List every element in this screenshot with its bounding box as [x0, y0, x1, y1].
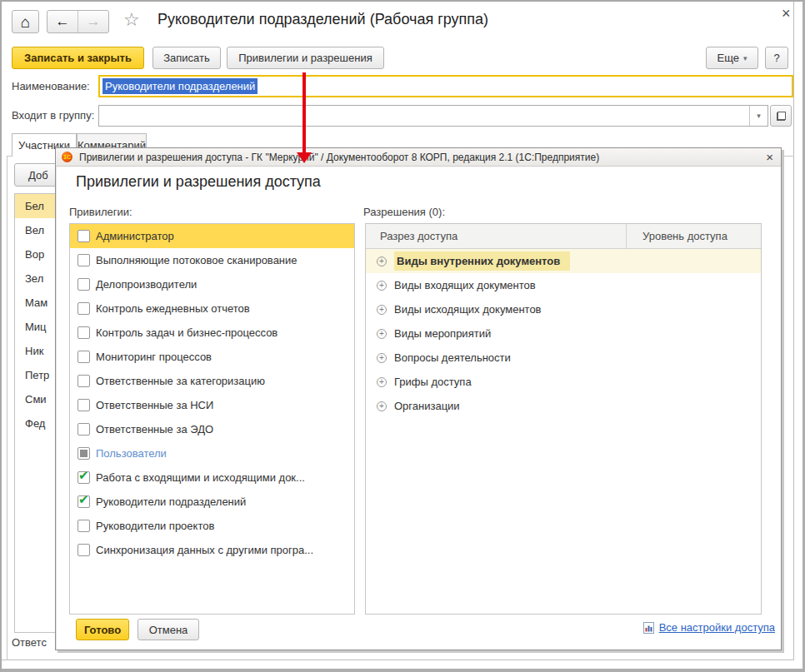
privilege-label: Ответственные за ЭДО: [96, 423, 213, 436]
expand-plus-icon[interactable]: +: [377, 353, 387, 363]
dialog-title: Привилегии и разрешения доступа - ГК "Ме…: [79, 152, 599, 163]
privileges-label: Привилегии:: [69, 206, 132, 218]
column-header-access-slice[interactable]: Разрез доступа: [366, 224, 626, 248]
checkbox-icon[interactable]: [78, 520, 90, 532]
checkbox-indeterminate-icon[interactable]: [78, 447, 90, 460]
group-field-label: Входит в группу:: [12, 109, 94, 122]
privileges-list: Администратор Выполняющие потоковое скан…: [69, 223, 355, 615]
checkbox-icon[interactable]: [78, 423, 90, 436]
privilege-label: Ответственные за категоризацию: [96, 375, 265, 387]
table-row[interactable]: + Виды мероприятий: [366, 321, 761, 346]
home-icon: ⌂: [21, 14, 30, 30]
row-label: Виды внутренних документов: [394, 251, 570, 271]
privileges-and-permissions-button[interactable]: Привилегии и разрешения: [227, 47, 384, 69]
help-button[interactable]: ?: [765, 47, 788, 69]
table-row[interactable]: + Грифы доступа: [366, 370, 761, 394]
row-label: Организации: [394, 400, 460, 412]
privilege-label[interactable]: Пользователи: [96, 447, 167, 460]
done-button[interactable]: Готово: [76, 619, 129, 640]
save-and-close-button[interactable]: Записать и закрыть: [12, 47, 144, 69]
checkbox-checked-icon[interactable]: ✔: [78, 495, 90, 508]
report-icon: [643, 622, 654, 634]
table-row[interactable]: + Вопросы деятельности: [366, 346, 761, 370]
privilege-item[interactable]: Ответственные за ЭДО: [70, 417, 354, 441]
checkbox-icon[interactable]: [78, 351, 90, 363]
name-input[interactable]: Руководители подразделений: [98, 75, 793, 97]
privilege-label: Руководители проектов: [96, 520, 214, 532]
expand-plus-icon[interactable]: +: [377, 305, 387, 315]
annotation-arrow-head: [297, 152, 312, 163]
checkbox-icon[interactable]: [78, 399, 90, 411]
expand-plus-icon[interactable]: +: [377, 281, 387, 291]
privilege-item[interactable]: Ответственные за НСИ: [70, 393, 354, 417]
window-close-icon[interactable]: ×: [782, 6, 791, 21]
privilege-item[interactable]: Делопроизводители: [70, 272, 354, 296]
privilege-item[interactable]: Синхронизация данных с другими програ...: [70, 538, 354, 562]
group-dropdown-button[interactable]: ▾: [749, 106, 768, 126]
screenshot-root: ⌂ ← → ☆ Руководители подразделений (Рабо…: [0, 0, 805, 672]
window-title: Руководители подразделений (Рабочая груп…: [158, 11, 488, 28]
row-label: Виды мероприятий: [394, 327, 491, 340]
checkbox-icon[interactable]: [78, 278, 90, 291]
privilege-item[interactable]: Контроль ежедневных отчетов: [70, 296, 354, 321]
group-choose-button[interactable]: [770, 105, 792, 127]
privilege-label: Работа с входящими и исходящими док...: [96, 471, 305, 484]
privilege-label: Руководители подразделений: [96, 495, 246, 508]
forward-button[interactable]: →: [78, 11, 108, 32]
expand-plus-icon[interactable]: +: [377, 377, 387, 387]
privilege-label: Мониторинг процессов: [96, 351, 212, 363]
all-access-settings: Все настройки доступа: [643, 621, 775, 634]
privilege-item-users[interactable]: Пользователи: [70, 441, 354, 465]
responsible-label: Ответс: [12, 636, 47, 649]
expand-plus-icon[interactable]: +: [377, 329, 387, 339]
permissions-table: Разрез доступа Уровень доступа + Виды вн…: [365, 223, 762, 615]
back-icon: ←: [56, 13, 70, 30]
privilege-item[interactable]: Выполняющие потоковое сканирование: [70, 248, 354, 272]
privilege-item[interactable]: ✔ Руководители подразделений: [70, 490, 354, 514]
choose-from-list-icon: [777, 112, 786, 121]
privilege-item[interactable]: Контроль задач и бизнес-процессов: [70, 321, 354, 345]
checkbox-icon[interactable]: [78, 302, 90, 315]
table-row[interactable]: + Виды внутренних документов: [366, 249, 761, 273]
cancel-button[interactable]: Отмена: [138, 619, 199, 640]
checkbox-icon[interactable]: [78, 326, 90, 339]
home-button[interactable]: ⌂: [12, 10, 39, 33]
dialog-close-icon[interactable]: ×: [766, 150, 773, 165]
privilege-item[interactable]: ✔ Работа с входящими и исходящими док...: [70, 465, 354, 490]
checkbox-icon[interactable]: [78, 375, 90, 387]
dialog-titlebar[interactable]: 1С Привилегии и разрешения доступа - ГК …: [56, 148, 781, 167]
privilege-label: Администратор: [96, 230, 174, 242]
group-input[interactable]: ▾: [98, 105, 768, 127]
expand-plus-icon[interactable]: +: [377, 256, 387, 266]
checkbox-icon[interactable]: [78, 254, 90, 266]
checkbox-icon[interactable]: [78, 230, 90, 242]
table-row[interactable]: + Виды исходящих документов: [366, 297, 761, 321]
checkbox-icon[interactable]: [78, 544, 90, 556]
form-left-border: [7, 156, 8, 660]
table-row[interactable]: + Виды входящих документов: [366, 273, 761, 297]
favorite-star-icon[interactable]: ☆: [123, 11, 140, 29]
expand-plus-icon[interactable]: +: [377, 401, 387, 411]
privilege-item[interactable]: Администратор: [70, 224, 354, 248]
column-header-access-level[interactable]: Уровень доступа: [626, 224, 761, 248]
all-access-settings-link[interactable]: Все настройки доступа: [659, 621, 775, 634]
privilege-item[interactable]: Ответственные за категоризацию: [70, 369, 354, 393]
privilege-item[interactable]: Мониторинг процессов: [70, 345, 354, 369]
save-button[interactable]: Записать: [152, 47, 221, 69]
privilege-label: Делопроизводители: [96, 278, 197, 291]
forward-icon: →: [87, 13, 101, 30]
back-button[interactable]: ←: [48, 11, 78, 32]
privilege-label: Ответственные за НСИ: [96, 399, 213, 411]
privilege-item[interactable]: Руководители проектов: [70, 514, 354, 538]
table-header: Разрез доступа Уровень доступа: [366, 224, 761, 249]
checkbox-checked-icon[interactable]: ✔: [78, 471, 90, 484]
table-row[interactable]: + Организации: [366, 394, 761, 418]
privilege-label: Выполняющие потоковое сканирование: [96, 254, 298, 266]
permissions-label: Разрешения (0):: [363, 206, 445, 218]
privilege-label: Синхронизация данных с другими програ...: [96, 544, 313, 556]
chevron-down-icon: ▾: [743, 54, 748, 62]
row-label: Виды входящих документов: [394, 279, 536, 291]
more-button[interactable]: Еще ▾: [706, 47, 758, 69]
check-icon: ✔: [78, 492, 89, 507]
row-label: Грифы доступа: [394, 376, 472, 388]
